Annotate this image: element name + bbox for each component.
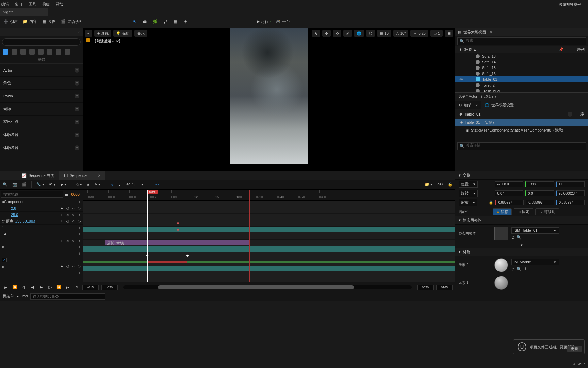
outliner-search[interactable]: 🔍 搜索...: [457, 37, 586, 45]
loc-x[interactable]: -2968.0: [495, 181, 523, 187]
play-icon[interactable]: ▶: [38, 284, 44, 290]
track-4[interactable]: _4+: [0, 231, 83, 237]
col-label[interactable]: 标签: [464, 47, 472, 52]
mobility-stationary[interactable]: ⊞固定: [514, 208, 533, 215]
close-icon[interactable]: ×: [78, 30, 80, 34]
nav-fwd[interactable]: →: [416, 183, 420, 187]
outliner-row[interactable]: Toilet_2: [455, 82, 588, 88]
vp-move-tool[interactable]: ✥: [322, 30, 331, 37]
lock-icon[interactable]: 🔒: [448, 182, 453, 187]
vp-menu[interactable]: ≡: [85, 30, 92, 37]
goto-start-icon[interactable]: ⏮: [3, 284, 9, 290]
loc-z[interactable]: 1.0: [556, 181, 585, 187]
help-icon[interactable]: ?: [75, 107, 79, 111]
update-button[interactable]: 更新: [567, 346, 582, 352]
help-icon[interactable]: [568, 112, 572, 117]
close-icon[interactable]: ×: [476, 103, 478, 107]
grid-icon[interactable]: ▦: [173, 19, 178, 25]
create-button[interactable]: ➕创建: [3, 19, 18, 25]
details-search[interactable]: 🔍 搜索详情: [457, 142, 586, 150]
menu-help[interactable]: 帮助: [56, 2, 63, 7]
use-asset-icon[interactable]: ⊕: [511, 235, 514, 240]
vp-show[interactable]: 显示: [134, 30, 147, 37]
add-icon[interactable]: +: [79, 200, 81, 204]
vp-globe[interactable]: 🌐: [354, 30, 364, 37]
render-icon[interactable]: 🎬: [22, 182, 27, 187]
platform-button[interactable]: 🎮平台: [276, 19, 290, 25]
track-focal[interactable]: 25.0+◁○▷: [0, 212, 83, 218]
step-back-icon[interactable]: ⏪: [12, 284, 18, 290]
keyframe[interactable]: [186, 254, 189, 257]
help-icon[interactable]: ?: [75, 145, 79, 150]
category-icon[interactable]: [65, 49, 70, 55]
transform-header[interactable]: ▾变换: [455, 171, 588, 180]
play-icon[interactable]: ▶ ▾: [61, 182, 66, 187]
browse-icon[interactable]: 🔍: [517, 267, 521, 271]
track-search[interactable]: [1, 191, 63, 198]
goto-end-icon[interactable]: ⏭: [65, 284, 71, 290]
category-icon[interactable]: [3, 49, 8, 55]
play-start[interactable]: [105, 190, 105, 282]
category-icon[interactable]: [47, 49, 52, 55]
camera-icon[interactable]: 📷: [12, 182, 17, 187]
ruler[interactable]: -030 0000 0030 0060 0090 0120 0150 0180 …: [83, 190, 455, 201]
mesh-thumbnail[interactable]: [494, 227, 508, 240]
rot-x[interactable]: 0.0 °: [495, 190, 523, 196]
range-start[interactable]: -030: [101, 285, 118, 290]
seq-tab-sequencer[interactable]: 🎞Sequencer×: [59, 171, 105, 180]
vp-rotate-tool[interactable]: ⟲: [333, 30, 341, 37]
play-reverse-icon[interactable]: ◀: [29, 284, 35, 290]
track-row[interactable]: 1+: [0, 225, 83, 231]
mobility-static[interactable]: ●静态: [493, 208, 512, 215]
instance-row[interactable]: ◈Table_01 （实例）: [455, 119, 588, 126]
viewport[interactable]: ≡ ◈透视 💡光照 显示 【驾驶激活 - 02】 ⬉ ✥ ⟲ ⤢ 🌐 ⬡ ▦ 1…: [83, 28, 455, 171]
clip[interactable]: [83, 266, 455, 271]
add-icon[interactable]: +: [61, 206, 63, 211]
next-key-icon[interactable]: ▷: [78, 206, 81, 211]
component-row[interactable]: ▣StaticMeshComponent (StaticMeshComponen…: [455, 126, 588, 134]
fracture-icon[interactable]: ◈: [183, 19, 188, 25]
loop-icon[interactable]: ↻: [74, 284, 80, 290]
add-component[interactable]: + 添: [577, 111, 584, 117]
nav-back[interactable]: ←: [408, 183, 411, 187]
cinematics-button[interactable]: 🎬过场动画: [61, 19, 82, 25]
keyframe[interactable]: [177, 222, 179, 224]
level-tab[interactable]: Night*: [0, 8, 48, 16]
menu-edit[interactable]: 编辑: [1, 2, 9, 7]
scale-x[interactable]: 0.885997: [495, 200, 524, 205]
place-item-trigger2[interactable]: 体触发器?: [0, 141, 83, 154]
vp-scale-tool[interactable]: ⤢: [343, 30, 352, 37]
location-label[interactable]: 位置▾: [459, 181, 478, 188]
category-icon[interactable]: [12, 49, 17, 55]
snap-icon[interactable]: ∩: [110, 183, 113, 187]
close-icon[interactable]: ×: [490, 30, 492, 34]
track-row[interactable]: +: [0, 250, 83, 257]
mobility-movable[interactable]: ↔可移动: [535, 208, 559, 215]
category-icon[interactable]: [38, 49, 44, 55]
eye-icon[interactable]: 👁: [459, 48, 462, 52]
scale-z[interactable]: 0.885997: [556, 200, 585, 205]
scale-label[interactable]: 缩放▾: [459, 199, 477, 206]
curve-icon[interactable]: 〰: [155, 183, 159, 187]
add-icon[interactable]: +: [61, 213, 63, 217]
outliner-list[interactable]: Sofa_13 Sofa_14 Sofa_15 Sofa_16 👁Table_0…: [455, 53, 588, 92]
outliner-row[interactable]: Trash_bug_1: [455, 88, 588, 92]
playhead[interactable]: [147, 190, 148, 282]
play-button[interactable]: ▶运行 :: [257, 19, 271, 24]
track-row[interactable]: [0, 257, 83, 263]
track-row[interactable]: n+◁○▷: [0, 263, 83, 270]
col-sequence[interactable]: 序列: [577, 47, 585, 52]
seq-tab-blank[interactable]: [0, 171, 17, 180]
key-icon[interactable]: ◇ ▾: [76, 182, 82, 187]
key-icon[interactable]: ○: [72, 206, 75, 211]
help-icon[interactable]: ?: [75, 81, 79, 86]
pin-icon[interactable]: 📌: [559, 47, 564, 52]
clip[interactable]: [83, 246, 455, 252]
fps-display[interactable]: 60 fps: [126, 183, 136, 187]
search-icon[interactable]: 🔍: [3, 182, 7, 187]
close-icon[interactable]: ×: [98, 173, 100, 178]
track-aperture[interactable]: 2.8+◁○▷: [0, 205, 83, 212]
clip[interactable]: [187, 261, 455, 263]
menu-build[interactable]: 构建: [42, 2, 50, 7]
rot-y[interactable]: 0.0 °: [525, 190, 554, 196]
